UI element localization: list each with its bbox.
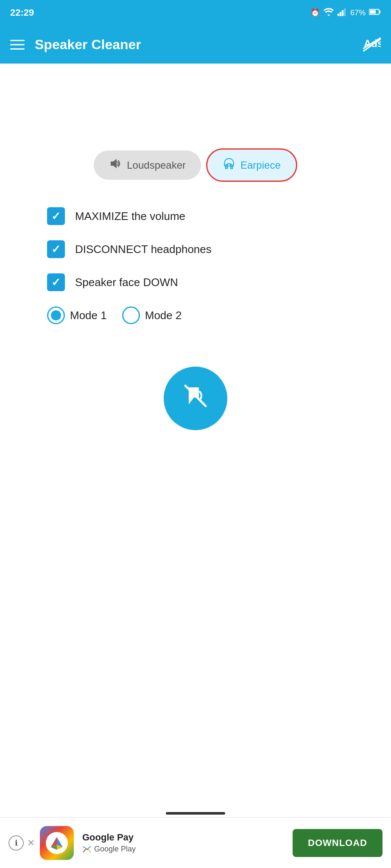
nav-indicator — [0, 808, 391, 817]
maximize-volume-checkbox[interactable]: ✓ — [47, 207, 65, 225]
svg-rect-4 — [344, 8, 346, 16]
svg-rect-6 — [370, 10, 376, 14]
checkmark-icon: ✓ — [51, 276, 61, 289]
svg-rect-3 — [342, 10, 344, 16]
ad-app-logo — [40, 826, 74, 860]
app-bar-left: Speaker Cleaner — [10, 37, 141, 53]
mode2-label: Mode 2 — [145, 309, 182, 322]
svg-rect-2 — [340, 12, 341, 16]
svg-point-0 — [331, 9, 333, 11]
speaker-face-down-row: ✓ Speaker face DOWN — [47, 273, 344, 291]
earpiece-label: Earpiece — [240, 159, 281, 171]
status-time: 22:29 — [10, 7, 34, 18]
disconnect-headphones-row: ✓ DISCONNECT headphones — [47, 240, 344, 258]
no-ads-button[interactable]: Ads — [363, 36, 381, 53]
ad-app-name: Google Pay — [82, 832, 293, 843]
loudspeaker-icon — [109, 158, 122, 172]
earpiece-icon — [223, 157, 235, 173]
earpiece-button[interactable]: Earpiece — [206, 148, 297, 182]
download-button[interactable]: DOWNLOAD — [293, 829, 383, 857]
battery-icon — [369, 8, 381, 17]
nav-bar — [166, 812, 225, 815]
speaker-face-down-label: Speaker face DOWN — [75, 276, 178, 289]
ad-info-button[interactable]: ℹ — [8, 835, 24, 851]
ad-text: Google Pay Google Play — [82, 832, 293, 854]
svg-marker-10 — [111, 159, 117, 168]
ad-close-button[interactable]: ✕ — [27, 837, 35, 849]
disconnect-headphones-checkbox[interactable]: ✓ — [47, 240, 65, 258]
mode1-option[interactable]: Mode 1 — [47, 306, 107, 324]
radio-row: Mode 1 Mode 2 — [47, 306, 344, 324]
maximize-volume-label: MAXIMIZE the volume — [75, 210, 185, 223]
speaker-face-down-checkbox[interactable]: ✓ — [47, 273, 65, 291]
status-bar: 22:29 ⏰ 67% — [0, 0, 391, 25]
loudspeaker-label: Loudspeaker — [127, 159, 186, 171]
mode1-radio[interactable] — [47, 306, 65, 324]
alarm-icon: ⏰ — [310, 8, 320, 17]
svg-rect-1 — [338, 14, 339, 16]
wifi-icon — [323, 8, 334, 18]
disconnect-headphones-label: DISCONNECT headphones — [75, 243, 212, 256]
ad-store-name: Google Play — [82, 845, 293, 854]
main-content: Loudspeaker Earpiece ✓ MAXIMIZE the volu… — [0, 64, 391, 817]
app-title: Speaker Cleaner — [35, 37, 141, 53]
svg-rect-7 — [379, 11, 380, 13]
checkmark-icon: ✓ — [51, 243, 61, 256]
mode2-radio[interactable] — [122, 306, 140, 324]
options-section: ✓ MAXIMIZE the volume ✓ DISCONNECT headp… — [47, 207, 344, 324]
mode-toggle: Loudspeaker Earpiece — [94, 148, 297, 182]
checkmark-icon: ✓ — [51, 210, 61, 223]
status-icons: ⏰ 67% — [310, 8, 381, 18]
mute-icon — [182, 382, 209, 415]
signal-icon — [338, 8, 347, 18]
mode1-label: Mode 1 — [70, 309, 107, 322]
maximize-volume-row: ✓ MAXIMIZE the volume — [47, 207, 344, 225]
hamburger-menu-button[interactable] — [10, 40, 25, 50]
mode2-option[interactable]: Mode 2 — [122, 306, 182, 324]
battery-text: 67% — [350, 8, 366, 17]
loudspeaker-button[interactable]: Loudspeaker — [94, 150, 201, 180]
ad-banner: ℹ ✕ Google Pay Google Play DOWNLOAD — [0, 817, 391, 868]
start-cleaning-button[interactable] — [164, 367, 227, 430]
app-bar: Speaker Cleaner Ads — [0, 25, 391, 64]
